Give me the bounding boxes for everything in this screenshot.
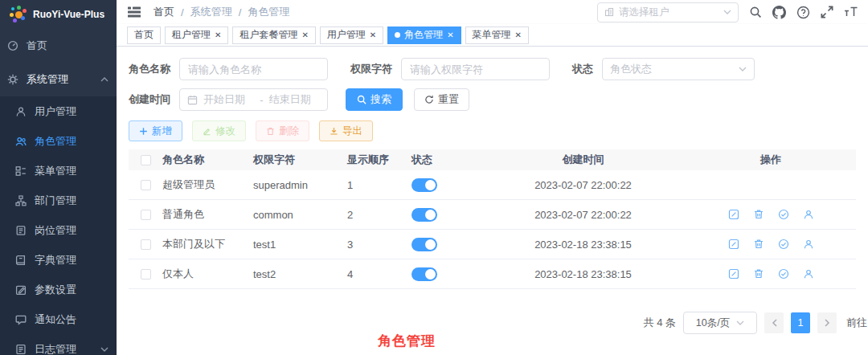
tab-menus[interactable]: 菜单管理 ✕ <box>465 27 529 44</box>
sidebar-item-users[interactable]: 用户管理 <box>0 96 117 126</box>
breadcrumb-home[interactable]: 首页 <box>154 5 174 19</box>
edit-icon[interactable] <box>728 209 739 220</box>
sidebar-item-logs[interactable]: 日志管理 <box>0 334 117 355</box>
page-size-select[interactable]: 10条/页 <box>683 312 757 334</box>
row-checkbox[interactable] <box>141 210 151 220</box>
status-label: 状态 <box>572 62 593 76</box>
page-size-value: 10条/页 <box>696 316 730 330</box>
trash-icon <box>266 127 275 136</box>
filter-perm-key: 权限字符 <box>350 58 550 80</box>
sidebar-item-label: 日志管理 <box>35 342 76 355</box>
check-circle-icon[interactable] <box>778 209 789 220</box>
active-dot-icon <box>395 32 400 38</box>
close-icon[interactable]: ✕ <box>515 31 522 39</box>
sidebar-item-system[interactable]: 系统管理 <box>0 63 117 96</box>
help-icon[interactable] <box>796 6 810 19</box>
sidebar-item-label: 系统管理 <box>27 72 68 87</box>
cell-role-name: 仅本人 <box>162 267 253 281</box>
tab-roles[interactable]: 角色管理 ✕ <box>387 27 461 44</box>
status-select[interactable]: 角色状态 <box>602 58 755 80</box>
page-number-button[interactable]: 1 <box>791 312 810 333</box>
tab-label: 租户管理 <box>172 28 211 42</box>
tab-tenant[interactable]: 租户管理 ✕ <box>165 27 228 44</box>
cell-order: 3 <box>347 239 411 251</box>
perm-key-input[interactable] <box>401 58 550 80</box>
sidebar-item-dict[interactable]: 字典管理 <box>0 245 117 275</box>
created-label: 创建时间 <box>129 92 170 107</box>
status-toggle[interactable] <box>411 178 437 192</box>
dict-icon <box>15 255 27 266</box>
reset-button[interactable]: 重置 <box>414 88 469 111</box>
sidebar-item-label: 角色管理 <box>35 134 76 149</box>
assign-user-icon[interactable] <box>803 239 814 250</box>
app-logo-icon <box>10 6 27 23</box>
table-header: 角色名称 权限字符 显示顺序 状态 创建时间 操作 <box>129 149 856 170</box>
sidebar-item-notices[interactable]: 通知公告 <box>0 304 117 334</box>
font-size-icon[interactable] <box>844 6 858 18</box>
tenant-select[interactable]: 请选择租户 <box>597 2 739 22</box>
next-page-button[interactable] <box>817 312 837 333</box>
cell-role-name: 本部门及以下 <box>162 237 253 251</box>
delete-icon[interactable] <box>753 239 764 250</box>
tree-table-icon <box>15 165 27 177</box>
breadcrumb-system[interactable]: 系统管理 <box>190 5 232 19</box>
sidebar-item-roles[interactable]: 角色管理 <box>0 126 117 156</box>
filter-status: 状态 角色状态 <box>572 58 755 80</box>
refresh-icon <box>424 95 434 104</box>
close-icon[interactable]: ✕ <box>215 31 221 39</box>
date-end-placeholder: 结束日期 <box>269 92 320 107</box>
date-range-picker[interactable]: 开始日期 - 结束日期 <box>179 88 328 111</box>
check-circle-icon[interactable] <box>778 239 789 250</box>
delete-icon[interactable] <box>753 209 764 220</box>
sidebar-item-label: 菜单管理 <box>35 164 76 178</box>
select-all-checkbox[interactable] <box>141 155 151 165</box>
assign-user-icon[interactable] <box>803 209 814 220</box>
gear-icon <box>7 74 18 85</box>
roles-table: 角色名称 权限字符 显示顺序 状态 创建时间 操作 超级管理员 superadm… <box>129 149 856 289</box>
calendar-icon <box>187 95 198 105</box>
sidebar-fold-icon[interactable] <box>123 6 145 18</box>
sidebar-item-menus[interactable]: 菜单管理 <box>0 156 117 186</box>
search-icon <box>357 95 366 104</box>
navbar-actions: 请选择租户 <box>597 2 858 22</box>
sidebar-item-home[interactable]: 首页 <box>0 29 117 63</box>
status-toggle[interactable] <box>411 238 437 251</box>
add-button[interactable]: 新增 <box>129 120 182 141</box>
tab-users[interactable]: 用户管理 ✕ <box>320 27 383 44</box>
github-icon[interactable] <box>772 6 786 19</box>
export-button-label: 导出 <box>342 124 362 138</box>
edit-icon <box>203 127 211 136</box>
row-checkbox[interactable] <box>141 239 151 250</box>
status-toggle[interactable] <box>411 267 437 281</box>
delete-icon[interactable] <box>753 268 764 280</box>
edit-icon[interactable] <box>728 239 739 250</box>
sidebar-item-params[interactable]: 参数设置 <box>0 275 117 304</box>
role-name-label: 角色名称 <box>129 62 170 76</box>
edit-button: 修改 <box>192 120 246 141</box>
search-icon[interactable] <box>749 6 762 18</box>
check-circle-icon[interactable] <box>778 268 789 280</box>
status-toggle[interactable] <box>411 208 437 222</box>
search-button[interactable]: 搜索 <box>346 88 403 111</box>
row-checkbox[interactable] <box>141 180 151 190</box>
close-icon[interactable]: ✕ <box>370 31 376 39</box>
assign-user-icon[interactable] <box>803 268 814 280</box>
prev-page-button[interactable] <box>764 312 784 333</box>
navbar: 首页 / 系统管理 / 角色管理 请选择租户 <box>117 0 868 24</box>
row-checkbox[interactable] <box>141 269 151 280</box>
sidebar-menu: 首页 系统管理 用户管理 <box>0 29 117 355</box>
export-button[interactable]: 导出 <box>319 120 373 141</box>
sidebar-item-departments[interactable]: 部门管理 <box>0 186 117 215</box>
tab-home[interactable]: 首页 <box>127 27 161 44</box>
close-icon[interactable]: ✕ <box>301 31 308 39</box>
tenant-select-placeholder: 请选择租户 <box>619 6 719 19</box>
tab-tenant-package[interactable]: 租户套餐管理 ✕ <box>232 27 315 44</box>
close-icon[interactable]: ✕ <box>447 31 453 39</box>
table-row: 本部门及以下 test1 3 2023-02-18 23:38:15 <box>129 230 856 259</box>
app-logo[interactable]: RuoYi-Vue-Plus <box>0 0 117 29</box>
fullscreen-icon[interactable] <box>821 6 833 18</box>
filter-created: 创建时间 开始日期 - 结束日期 <box>129 88 328 111</box>
role-name-input[interactable] <box>179 58 328 80</box>
edit-icon[interactable] <box>728 268 739 280</box>
sidebar-item-posts[interactable]: 岗位管理 <box>0 215 117 245</box>
